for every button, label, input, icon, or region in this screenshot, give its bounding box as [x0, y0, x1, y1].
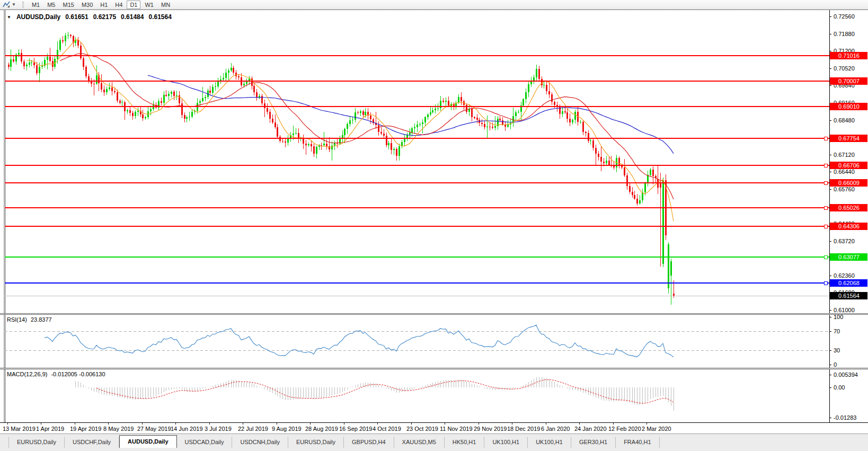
- time-tick: [142, 423, 143, 425]
- timeframe-button-h4[interactable]: H4: [112, 1, 126, 9]
- timeframe-button-group: M1M5M15M30H1H4D1W1MN: [28, 0, 174, 10]
- chart-tab-eurusd-daily[interactable]: EURUSD,Daily: [8, 437, 65, 448]
- svg-text:0.63077: 0.63077: [838, 254, 860, 260]
- rsi-canvas[interactable]: 10070300: [0, 315, 868, 368]
- chart-tab-audusd-daily[interactable]: AUDUSD,Daily: [119, 435, 176, 448]
- horizontal-level-line[interactable]: 0.63077: [5, 253, 867, 261]
- status-strip: [0, 448, 868, 451]
- horizontal-level-line[interactable]: 0.64306: [5, 223, 867, 230]
- time-label: 6 Jan 2020: [541, 426, 570, 432]
- chart-tab-gbpusd-h4[interactable]: GBPUSD,H4: [344, 437, 394, 448]
- rsi-axis[interactable]: 10070300: [829, 315, 843, 368]
- candles-layer: [8, 32, 675, 305]
- svg-text:0.62068: 0.62068: [838, 280, 860, 286]
- svg-text:0.71016: 0.71016: [838, 52, 860, 59]
- chart-tab-usdcad-daily[interactable]: USDCAD,Daily: [177, 437, 233, 448]
- chart-tab-ger30-h1[interactable]: GER30,H1: [571, 437, 616, 448]
- macd-pane[interactable]: 0.0053940.00-0.01283 MACD(12,26,9) -0.01…: [0, 369, 868, 422]
- chevron-down-icon[interactable]: ▼: [12, 2, 16, 7]
- mt4-window: ▼ M1M5M15M30H1H4D1W1MN 0.725600.718800.7…: [0, 0, 868, 451]
- time-label: 27 May 2019: [137, 426, 171, 432]
- chart-tab-usdchf-daily[interactable]: USDCHF,Daily: [65, 437, 119, 448]
- time-tick: [209, 423, 210, 425]
- time-tick: [579, 423, 580, 425]
- chart-tab-hk50-h1[interactable]: HK50,H1: [445, 437, 485, 448]
- svg-text:0.00: 0.00: [834, 384, 845, 391]
- timeframe-button-mn[interactable]: MN: [158, 1, 173, 9]
- timeframe-button-m1[interactable]: M1: [29, 1, 43, 9]
- timeframe-button-h1[interactable]: H1: [97, 1, 111, 9]
- toolbar-grip: [22, 2, 24, 8]
- horizontal-level-line[interactable]: 0.66009: [5, 179, 867, 187]
- rsi-name: RSI(14): [7, 316, 27, 323]
- time-label: 18 Dec 2019: [507, 426, 540, 432]
- time-tick: [479, 423, 479, 425]
- horizontal-level-line[interactable]: 0.71016: [5, 52, 867, 59]
- macd-name: MACD(12,26,9): [7, 371, 47, 377]
- chart-tab-eurusd-daily[interactable]: EURUSD,Daily: [288, 437, 344, 448]
- horizontal-level-line[interactable]: 0.70007: [5, 77, 867, 85]
- timeframe-button-m15[interactable]: M15: [59, 1, 77, 9]
- time-tick: [108, 423, 109, 425]
- main-chart-pane[interactable]: 0.725600.718800.712000.705200.698400.691…: [0, 10, 868, 313]
- svg-text:0.66440: 0.66440: [834, 169, 855, 175]
- time-label: 4 Oct 2019: [373, 426, 401, 432]
- timeframe-button-d1[interactable]: D1: [127, 1, 140, 9]
- ohlc-close: 0.61564: [148, 13, 171, 21]
- time-tick: [445, 423, 445, 425]
- timeframe-button-w1[interactable]: W1: [141, 1, 157, 9]
- chart-left-border: [4, 315, 5, 368]
- time-tick: [75, 423, 75, 425]
- ohlc-open: 0.61651: [65, 13, 88, 21]
- chart-tab-xauusd-m5[interactable]: XAUUSD,M5: [394, 437, 445, 448]
- chart-tab-uk100-h1[interactable]: UK100,H1: [484, 437, 528, 448]
- rsi-value: 23.8377: [31, 316, 52, 323]
- timeframe-button-m30[interactable]: M30: [78, 1, 96, 9]
- collapse-triangle-icon[interactable]: ▼: [7, 15, 11, 20]
- time-label: 3 Jul 2019: [205, 426, 232, 432]
- horizontal-level-line[interactable]: 0.67754: [5, 135, 867, 142]
- rsi-label: RSI(14) 23.8377: [7, 316, 52, 323]
- time-tick: [310, 423, 311, 425]
- timeframe-toolbar: ▼ M1M5M15M30H1H4D1W1MN: [0, 0, 868, 10]
- horizontal-level-line[interactable]: 0.66706: [5, 162, 867, 169]
- macd-histogram: [76, 377, 674, 411]
- time-tick: [411, 423, 412, 425]
- macd-axis[interactable]: 0.0053940.00-0.01283: [829, 369, 858, 422]
- svg-text:0.67754: 0.67754: [838, 135, 860, 142]
- ohlc-high: 0.62175: [93, 13, 116, 21]
- chart-tab-fra40-h1[interactable]: FRA40,H1: [616, 437, 659, 448]
- svg-text:0.68480: 0.68480: [834, 117, 855, 123]
- macd-canvas[interactable]: 0.0053940.00-0.01283: [0, 369, 868, 422]
- time-label: 12 Feb 2020: [608, 426, 641, 432]
- chart-tabs-bar: EURUSD,DailyUSDCHF,DailyAUDUSD,DailyUSDC…: [0, 434, 868, 448]
- rsi-pane[interactable]: 10070300 RSI(14) 23.8377: [0, 315, 868, 368]
- svg-text:0.70520: 0.70520: [834, 65, 855, 72]
- svg-text:0.62360: 0.62360: [834, 272, 855, 279]
- timeframe-button-m5[interactable]: M5: [44, 1, 58, 9]
- chart-cursor-icon: [3, 1, 10, 8]
- horizontal-level-line[interactable]: 0.62068: [5, 279, 867, 287]
- time-label: 2 Mar 2020: [642, 426, 671, 432]
- time-tick: [344, 423, 344, 425]
- main-chart-canvas[interactable]: 0.725600.718800.712000.705200.698400.691…: [0, 10, 868, 313]
- svg-text:0.65026: 0.65026: [838, 205, 860, 211]
- svg-text:0.61564: 0.61564: [838, 293, 860, 299]
- time-axis[interactable]: 13 Mar 20191 Apr 201919 Apr 20198 May 20…: [0, 422, 868, 434]
- macd-label: MACD(12,26,9) -0.012005 -0.006130: [7, 371, 105, 377]
- time-label: 11 Nov 2019: [440, 426, 473, 432]
- horizontal-level-line[interactable]: 0.65026: [5, 204, 867, 211]
- ma-mid-line: [60, 54, 674, 199]
- time-label: 13 Mar 2019: [3, 426, 36, 432]
- chart-tab-usdcnh-daily[interactable]: USDCNH,Daily: [232, 437, 288, 448]
- ohlc-low: 0.61484: [121, 13, 144, 21]
- macd-signal-line: [96, 379, 674, 403]
- time-tick: [243, 423, 243, 425]
- time-tick: [546, 423, 546, 425]
- time-label: 16 Sep 2019: [339, 426, 372, 432]
- chart-tab-uk100-h1[interactable]: UK100,H1: [528, 437, 571, 448]
- svg-text:0.63720: 0.63720: [834, 238, 855, 244]
- svg-text:70: 70: [834, 328, 840, 334]
- svg-text:0: 0: [834, 361, 837, 368]
- chart-cursor-button[interactable]: ▼: [0, 1, 17, 9]
